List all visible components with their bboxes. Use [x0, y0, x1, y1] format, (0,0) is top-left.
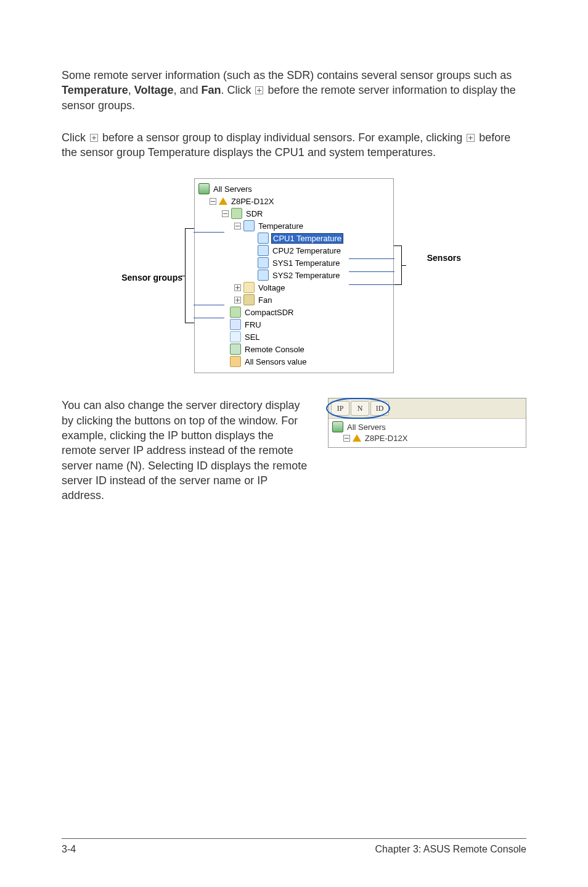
bracket-left	[185, 228, 194, 323]
sep1: ,	[128, 84, 134, 96]
sdr-icon	[231, 208, 242, 219]
fan-icon	[243, 294, 255, 305]
tree-label: Remote Console	[243, 345, 306, 354]
chapter-title: Chapter 3: ASUS Remote Console	[375, 844, 526, 855]
tree-sdr[interactable]: SDR	[198, 207, 390, 220]
thermometer-icon	[243, 220, 255, 231]
page-number: 3-4	[62, 844, 76, 855]
bold-temperature: Temperature	[62, 84, 128, 96]
collapse-icon[interactable]	[343, 435, 350, 442]
voltage-icon	[243, 282, 255, 293]
connector-line	[194, 318, 224, 318]
tree-sel[interactable]: SEL	[198, 331, 390, 343]
tree-label: SEL	[243, 332, 261, 342]
tree-cpu1-temp[interactable]: CPU1 Temperature	[198, 232, 390, 244]
tree-label: Z8PE-D12X	[364, 434, 409, 443]
tree-label: All Servers	[346, 423, 387, 432]
thermometer-icon	[258, 233, 269, 244]
tree-all-sensors[interactable]: All Sensors value	[198, 355, 390, 368]
thermometer-icon	[258, 245, 269, 256]
sep2: , and	[173, 84, 201, 96]
tree-server[interactable]: Z8PE-D12X	[198, 195, 390, 207]
connector-line	[349, 271, 394, 272]
expand-icon[interactable]	[234, 284, 241, 291]
directory-window: IP N ID All Servers Z8PE-D12X	[328, 398, 526, 448]
bold-voltage: Voltage	[134, 84, 174, 96]
tree-label: Voltage	[257, 283, 286, 292]
fru-icon	[230, 319, 241, 330]
tree-temperature[interactable]: Temperature	[198, 220, 390, 232]
annotation-sensors: Sensors	[427, 253, 461, 263]
paragraph-2: Click before a sensor group to display i…	[62, 130, 526, 160]
tree-label: CompactSDR	[243, 308, 295, 317]
tree-sys2-temp[interactable]: SYS2 Temperature	[198, 269, 390, 281]
connector-line	[349, 284, 394, 285]
connector-line	[194, 232, 224, 233]
tree-root[interactable]: All Servers	[198, 183, 390, 195]
id-button[interactable]: ID	[370, 401, 389, 416]
expand-icon[interactable]	[234, 297, 241, 303]
para2-text-b: before a sensor group to display individ…	[99, 131, 465, 144]
servers-icon	[198, 183, 210, 194]
bracket-right	[394, 245, 402, 285]
thermometer-icon	[258, 257, 269, 268]
tree-window: Sensor groups Sensors All Servers Z8PE-D…	[194, 178, 394, 373]
tree-label: SYS1 Temperature	[271, 258, 341, 268]
paragraph-3-row: You can also change the server directory…	[62, 398, 526, 511]
view-button-bar: IP N ID	[329, 398, 526, 419]
paragraph-3: You can also change the server directory…	[62, 398, 311, 503]
para1-text-a: Some remote server information (such as …	[62, 69, 512, 81]
collapse-icon[interactable]	[222, 210, 229, 217]
tree-fan[interactable]: Fan	[198, 294, 390, 306]
tree-label: CPU1 Temperature	[271, 233, 343, 244]
tree-label: CPU2 Temperature	[271, 246, 342, 255]
tree-root[interactable]: All Servers	[332, 421, 522, 432]
tree-server[interactable]: Z8PE-D12X	[332, 432, 522, 444]
collapse-icon[interactable]	[210, 198, 216, 205]
tree-label: SYS2 Temperature	[271, 271, 341, 280]
figure-tree: Sensor groups Sensors All Servers Z8PE-D…	[62, 178, 526, 373]
tree-label: Temperature	[257, 221, 304, 231]
tree-compactsdr[interactable]: CompactSDR	[198, 306, 390, 318]
all-sensors-icon	[230, 356, 241, 367]
n-button[interactable]: N	[351, 401, 369, 416]
connector-line	[349, 258, 394, 259]
tree-label: All Servers	[212, 184, 253, 194]
ip-button[interactable]: IP	[331, 401, 349, 416]
annotation-sensor-groups: Sensor groups	[90, 273, 182, 283]
tree-remote-console[interactable]: Remote Console	[198, 343, 390, 355]
tree-cpu2-temp[interactable]: CPU2 Temperature	[198, 244, 390, 257]
expand-icon	[90, 134, 98, 142]
tree-label: FRU	[243, 320, 263, 329]
bold-fan: Fan	[201, 84, 221, 96]
thermometer-icon	[258, 270, 269, 281]
warning-icon	[353, 434, 361, 442]
remote-console-icon	[230, 344, 241, 355]
tree-label: Fan	[257, 295, 273, 305]
expand-icon	[255, 86, 263, 94]
sdr-icon	[230, 307, 241, 318]
para2-text-a: Click	[62, 131, 89, 144]
tree-voltage[interactable]: Voltage	[198, 281, 390, 294]
servers-icon	[332, 421, 343, 432]
expand-icon	[467, 134, 475, 142]
para1-text-b: . Click	[221, 84, 254, 96]
sel-icon	[230, 331, 241, 342]
tree-label: All Sensors value	[243, 357, 308, 366]
tree-label: SDR	[245, 209, 264, 218]
tree-label: Z8PE-D12X	[230, 197, 275, 206]
tree-fru[interactable]: FRU	[198, 318, 390, 331]
connector-line	[194, 305, 224, 305]
warning-icon	[219, 197, 227, 205]
paragraph-1: Some remote server information (such as …	[62, 68, 526, 113]
collapse-icon[interactable]	[234, 223, 241, 229]
page-footer: 3-4 Chapter 3: ASUS Remote Console	[62, 838, 526, 855]
